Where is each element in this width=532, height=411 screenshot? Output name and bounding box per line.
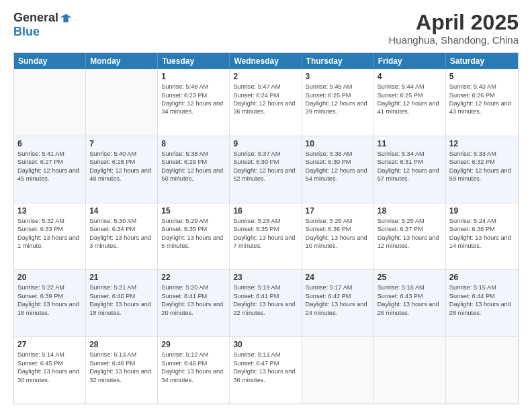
cell-info: Sunrise: 5:17 AM Sunset: 6:42 PM Dayligh… <box>306 283 370 317</box>
header-day-thursday: Thursday <box>302 53 374 69</box>
calendar-cell: 5Sunrise: 5:43 AM Sunset: 6:26 PM Daylig… <box>446 69 518 136</box>
day-number: 2 <box>233 72 298 81</box>
cell-info: Sunrise: 5:29 AM Sunset: 6:35 PM Dayligh… <box>161 217 226 250</box>
calendar-cell: 28Sunrise: 5:13 AM Sunset: 6:46 PM Dayli… <box>86 337 158 404</box>
day-number: 23 <box>233 273 298 282</box>
cell-info: Sunrise: 5:12 AM Sunset: 6:46 PM Dayligh… <box>161 351 226 384</box>
calendar-cell: 9Sunrise: 5:37 AM Sunset: 6:30 PM Daylig… <box>230 136 302 203</box>
cell-info: Sunrise: 5:24 AM Sunset: 6:38 PM Dayligh… <box>449 217 515 250</box>
header-day-tuesday: Tuesday <box>158 53 230 69</box>
header-day-saturday: Saturday <box>446 53 518 69</box>
cell-info: Sunrise: 5:30 AM Sunset: 6:34 PM Dayligh… <box>89 217 154 250</box>
calendar-cell: 18Sunrise: 5:25 AM Sunset: 6:37 PM Dayli… <box>374 203 446 270</box>
cell-info: Sunrise: 5:36 AM Sunset: 6:30 PM Dayligh… <box>306 150 370 183</box>
calendar-cell: 10Sunrise: 5:36 AM Sunset: 6:30 PM Dayli… <box>302 136 374 203</box>
calendar-cell: 19Sunrise: 5:24 AM Sunset: 6:38 PM Dayli… <box>446 203 518 270</box>
cell-info: Sunrise: 5:20 AM Sunset: 6:41 PM Dayligh… <box>161 283 226 317</box>
cell-info: Sunrise: 5:21 AM Sunset: 6:40 PM Dayligh… <box>89 283 154 317</box>
cell-info: Sunrise: 5:22 AM Sunset: 6:39 PM Dayligh… <box>17 283 82 317</box>
logo-general-text: General <box>13 11 58 25</box>
calendar-cell: 25Sunrise: 5:16 AM Sunset: 6:43 PM Dayli… <box>374 270 446 336</box>
calendar-cell <box>86 69 158 136</box>
calendar-row-5: 27Sunrise: 5:14 AM Sunset: 6:45 PM Dayli… <box>14 336 518 404</box>
cell-info: Sunrise: 5:48 AM Sunset: 6:23 PM Dayligh… <box>161 83 226 116</box>
day-number: 24 <box>306 273 370 282</box>
calendar-cell: 15Sunrise: 5:29 AM Sunset: 6:35 PM Dayli… <box>158 203 230 270</box>
calendar-cell: 23Sunrise: 5:19 AM Sunset: 6:41 PM Dayli… <box>230 270 302 336</box>
header-day-friday: Friday <box>374 53 446 69</box>
cell-info: Sunrise: 5:40 AM Sunset: 6:28 PM Dayligh… <box>89 150 154 183</box>
header: General Blue April 2025 Huanghua, Shando… <box>13 11 519 46</box>
calendar-cell <box>14 69 86 136</box>
logo: General Blue <box>13 11 72 39</box>
calendar-cell: 27Sunrise: 5:14 AM Sunset: 6:45 PM Dayli… <box>14 337 86 404</box>
day-number: 20 <box>17 273 82 282</box>
calendar-cell: 8Sunrise: 5:38 AM Sunset: 6:29 PM Daylig… <box>158 136 230 203</box>
cell-info: Sunrise: 5:25 AM Sunset: 6:37 PM Dayligh… <box>378 217 442 250</box>
header-day-wednesday: Wednesday <box>230 53 302 69</box>
calendar-cell <box>302 337 374 404</box>
header-day-monday: Monday <box>86 53 158 69</box>
day-number: 28 <box>89 340 154 349</box>
day-number: 8 <box>161 139 226 148</box>
calendar-cell: 3Sunrise: 5:45 AM Sunset: 6:25 PM Daylig… <box>302 69 374 136</box>
calendar-cell: 17Sunrise: 5:26 AM Sunset: 6:36 PM Dayli… <box>302 203 374 270</box>
cell-info: Sunrise: 5:43 AM Sunset: 6:26 PM Dayligh… <box>449 83 515 116</box>
calendar-cell: 29Sunrise: 5:12 AM Sunset: 6:46 PM Dayli… <box>158 337 230 404</box>
cell-info: Sunrise: 5:33 AM Sunset: 6:32 PM Dayligh… <box>449 150 515 183</box>
cell-info: Sunrise: 5:34 AM Sunset: 6:31 PM Dayligh… <box>378 150 442 183</box>
calendar-cell: 22Sunrise: 5:20 AM Sunset: 6:41 PM Dayli… <box>158 270 230 336</box>
day-number: 30 <box>233 340 298 349</box>
title-section: April 2025 Huanghua, Shandong, China <box>389 11 519 46</box>
calendar-row-2: 6Sunrise: 5:41 AM Sunset: 6:27 PM Daylig… <box>14 136 518 203</box>
calendar-row-3: 13Sunrise: 5:32 AM Sunset: 6:33 PM Dayli… <box>14 203 518 270</box>
calendar-cell: 6Sunrise: 5:41 AM Sunset: 6:27 PM Daylig… <box>14 136 86 203</box>
cell-info: Sunrise: 5:44 AM Sunset: 6:25 PM Dayligh… <box>378 83 442 116</box>
cell-info: Sunrise: 5:45 AM Sunset: 6:25 PM Dayligh… <box>306 83 370 116</box>
header-day-sunday: Sunday <box>14 53 86 69</box>
cell-info: Sunrise: 5:14 AM Sunset: 6:45 PM Dayligh… <box>17 351 82 384</box>
calendar-cell: 21Sunrise: 5:21 AM Sunset: 6:40 PM Dayli… <box>86 270 158 336</box>
cell-info: Sunrise: 5:37 AM Sunset: 6:30 PM Dayligh… <box>233 150 298 183</box>
calendar-body: 1Sunrise: 5:48 AM Sunset: 6:23 PM Daylig… <box>14 69 518 404</box>
calendar-cell: 4Sunrise: 5:44 AM Sunset: 6:25 PM Daylig… <box>374 69 446 136</box>
calendar-header: SundayMondayTuesdayWednesdayThursdayFrid… <box>14 53 518 69</box>
calendar-cell: 14Sunrise: 5:30 AM Sunset: 6:34 PM Dayli… <box>86 203 158 270</box>
day-number: 15 <box>161 206 226 216</box>
calendar-cell <box>446 337 518 404</box>
day-number: 17 <box>306 206 370 216</box>
calendar-cell: 30Sunrise: 5:11 AM Sunset: 6:47 PM Dayli… <box>230 337 302 404</box>
day-number: 22 <box>161 273 226 282</box>
calendar: SundayMondayTuesdayWednesdayThursdayFrid… <box>13 52 519 404</box>
cell-info: Sunrise: 5:15 AM Sunset: 6:44 PM Dayligh… <box>449 283 515 317</box>
cell-info: Sunrise: 5:26 AM Sunset: 6:36 PM Dayligh… <box>306 217 370 250</box>
cell-info: Sunrise: 5:16 AM Sunset: 6:43 PM Dayligh… <box>378 283 442 317</box>
cell-info: Sunrise: 5:11 AM Sunset: 6:47 PM Dayligh… <box>233 351 298 384</box>
day-number: 11 <box>378 139 442 148</box>
calendar-row-1: 1Sunrise: 5:48 AM Sunset: 6:23 PM Daylig… <box>14 69 518 136</box>
day-number: 10 <box>306 139 370 148</box>
day-number: 12 <box>449 139 515 148</box>
page: General Blue April 2025 Huanghua, Shando… <box>0 0 532 411</box>
calendar-cell: 26Sunrise: 5:15 AM Sunset: 6:44 PM Dayli… <box>446 270 518 336</box>
calendar-cell: 20Sunrise: 5:22 AM Sunset: 6:39 PM Dayli… <box>14 270 86 336</box>
calendar-cell: 1Sunrise: 5:48 AM Sunset: 6:23 PM Daylig… <box>158 69 230 136</box>
logo-blue-text: Blue <box>13 25 40 39</box>
cell-info: Sunrise: 5:47 AM Sunset: 6:24 PM Dayligh… <box>233 83 298 116</box>
calendar-cell: 11Sunrise: 5:34 AM Sunset: 6:31 PM Dayli… <box>374 136 446 203</box>
day-number: 13 <box>17 206 82 216</box>
day-number: 3 <box>306 72 370 81</box>
calendar-cell: 13Sunrise: 5:32 AM Sunset: 6:33 PM Dayli… <box>14 203 86 270</box>
day-number: 16 <box>233 206 298 216</box>
svg-marker-0 <box>60 13 72 22</box>
cell-info: Sunrise: 5:38 AM Sunset: 6:29 PM Dayligh… <box>161 150 226 183</box>
day-number: 19 <box>449 206 515 216</box>
day-number: 27 <box>17 340 82 349</box>
day-number: 5 <box>449 72 515 81</box>
calendar-cell: 7Sunrise: 5:40 AM Sunset: 6:28 PM Daylig… <box>86 136 158 203</box>
logo-bird-icon <box>60 12 72 24</box>
day-number: 18 <box>378 206 442 216</box>
day-number: 14 <box>89 206 154 216</box>
cell-info: Sunrise: 5:41 AM Sunset: 6:27 PM Dayligh… <box>17 150 82 183</box>
day-number: 6 <box>17 139 82 148</box>
